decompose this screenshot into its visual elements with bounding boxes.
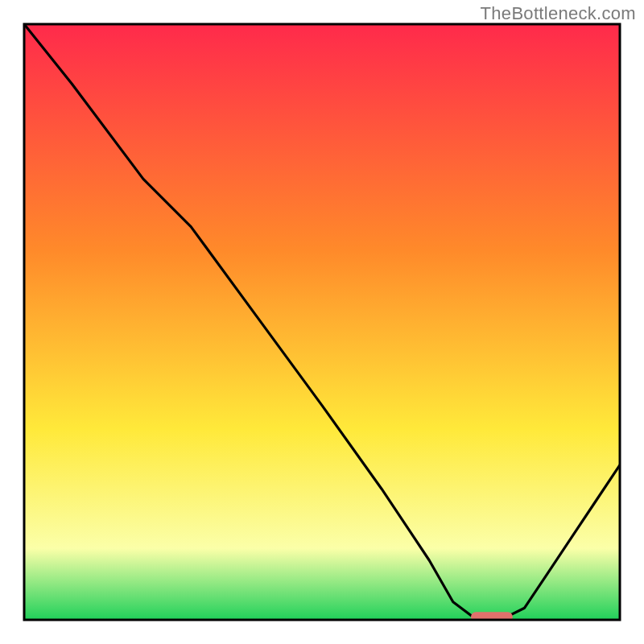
heat-gradient	[24, 24, 620, 620]
bottleneck-chart	[0, 0, 644, 644]
chart-container: TheBottleneck.com	[0, 0, 644, 644]
